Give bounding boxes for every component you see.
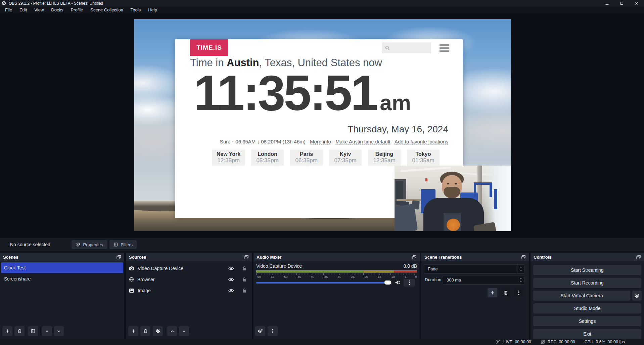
move-scene-down-button[interactable] <box>54 326 64 336</box>
start-virtual-camera-button[interactable]: Start Virtual Camera <box>533 291 630 301</box>
advanced-audio-properties-button[interactable] <box>255 326 265 336</box>
search-icon <box>385 45 390 50</box>
remove-source-button[interactable] <box>140 326 150 336</box>
sources-panel-header[interactable]: Sources <box>126 253 252 261</box>
move-source-down-button[interactable] <box>179 326 189 336</box>
maximize-button[interactable] <box>614 0 629 6</box>
person-beard <box>444 187 460 198</box>
person-eye <box>447 183 449 184</box>
scene-item-clock-test[interactable]: Clock Test <box>1 262 123 273</box>
volume-slider-handle[interactable] <box>384 281 391 285</box>
plus-icon <box>131 329 136 334</box>
kebab-dots-icon <box>272 329 273 334</box>
titlebar[interactable]: OBS 29.1.2 - Profile: LLHLS BETA - Scene… <box>0 0 644 6</box>
city-kyiv: Kyiv07:35pm <box>329 149 362 166</box>
menu-profile[interactable]: Profile <box>67 7 87 12</box>
popout-icon <box>244 255 249 259</box>
popout-icon <box>116 255 121 259</box>
visibility-eye-icon[interactable] <box>228 277 234 282</box>
menu-view[interactable]: View <box>31 7 47 12</box>
city-london: London05:35pm <box>251 149 284 166</box>
scenes-panel: Scenes Clock Test Screenshare <box>0 253 124 339</box>
preview-area: TIME.IS Time in Austin, Texas, United St… <box>0 13 644 238</box>
kebab-dots-icon <box>518 290 519 295</box>
add-favorite-link: Add to favorite locations <box>395 139 448 145</box>
transition-select[interactable]: Fade <box>424 264 524 273</box>
lock-icon[interactable] <box>242 277 246 282</box>
kebab-dots-icon <box>409 280 410 285</box>
close-button[interactable] <box>629 0 644 6</box>
stream-inactive-icon <box>495 340 501 344</box>
scene-transitions-header[interactable]: Scene Transitions <box>421 253 529 261</box>
hamburger-menu-icon <box>440 44 449 53</box>
ceiling-beam <box>401 167 451 172</box>
fire-alarm <box>425 178 427 181</box>
menu-tools[interactable]: Tools <box>127 7 144 12</box>
filters-button[interactable]: Filters <box>109 240 137 249</box>
gear-icon <box>76 242 81 247</box>
timeis-search-box <box>382 42 431 53</box>
make-default-link: Make Austin time default <box>335 139 390 145</box>
city-paris: Paris06:35pm <box>290 149 323 166</box>
audio-mixer-panel: Audio Mixer Video Capture Device 0.0 dB … <box>254 253 420 339</box>
mixer-menu-button[interactable] <box>268 326 278 336</box>
visibility-eye-icon[interactable] <box>228 266 234 270</box>
program-canvas[interactable]: TIME.IS Time in Austin, Texas, United St… <box>134 19 511 231</box>
duration-input[interactable]: 300 ms <box>443 275 524 285</box>
window-title: OBS 29.1.2 - Profile: LLHLS BETA - Scene… <box>9 1 103 6</box>
scene-item-screenshare[interactable]: Screenshare <box>1 273 123 284</box>
audio-mixer-header[interactable]: Audio Mixer <box>254 253 420 261</box>
clock-time: 11:35:51 <box>194 65 376 121</box>
virtual-camera-settings-button[interactable] <box>632 291 642 301</box>
transition-select-arrows[interactable] <box>517 265 524 273</box>
trash-icon <box>143 329 148 334</box>
move-source-up-button[interactable] <box>167 326 177 336</box>
source-row-image[interactable]: Image <box>126 285 252 296</box>
properties-button[interactable]: Properties <box>72 240 107 249</box>
lock-icon[interactable] <box>242 288 246 293</box>
volume-slider-track[interactable] <box>256 282 392 284</box>
cpu-fps-stats: CPU: 0.6%, 30.00 fps <box>585 340 625 344</box>
menubar: File Edit View Docks Profile Scene Colle… <box>0 6 644 13</box>
exit-button[interactable]: Exit <box>533 329 641 339</box>
add-source-button[interactable] <box>128 326 138 336</box>
source-row-video-capture[interactable]: Video Capture Device <box>126 263 252 274</box>
start-streaming-button[interactable]: Start Streaming <box>533 265 641 275</box>
add-scene-button[interactable] <box>2 326 12 336</box>
transition-properties-button[interactable] <box>514 288 523 297</box>
menu-scene-collection[interactable]: Scene Collection <box>87 7 127 12</box>
settings-button[interactable]: Settings <box>533 316 641 326</box>
add-transition-button[interactable] <box>488 288 497 297</box>
speaker-icon[interactable] <box>395 280 401 285</box>
start-recording-button[interactable]: Start Recording <box>533 278 641 288</box>
move-scene-up-button[interactable] <box>42 326 52 336</box>
mixer-channel-menu-button[interactable] <box>404 279 415 287</box>
menu-file[interactable]: File <box>1 7 16 12</box>
scenes-panel-header[interactable]: Scenes <box>0 253 124 261</box>
minimize-button[interactable] <box>600 0 614 6</box>
blue-partition <box>494 189 497 209</box>
trash-icon <box>503 290 508 295</box>
lock-icon[interactable] <box>242 266 246 271</box>
scene-filters-button[interactable] <box>28 326 38 336</box>
menu-edit[interactable]: Edit <box>16 7 31 12</box>
popout-icon <box>521 255 526 259</box>
menu-docks[interactable]: Docks <box>47 7 67 12</box>
mixer-db-value: 0.0 dB <box>404 263 417 269</box>
duration-label: Duration <box>425 275 441 285</box>
live-status: LIVE: 00:00:00 <box>495 340 531 344</box>
remove-scene-button[interactable] <box>14 326 25 336</box>
chevron-up-icon <box>519 277 522 279</box>
studio-mode-button[interactable]: Studio Mode <box>533 303 641 313</box>
city-new-york: New York12:35pm <box>212 149 245 166</box>
visibility-eye-icon[interactable] <box>228 289 234 293</box>
source-row-browser[interactable]: Browser <box>126 274 252 285</box>
duration-spin-arrows[interactable] <box>519 275 522 284</box>
timeis-logo: TIME.IS <box>190 39 228 56</box>
controls-panel-header[interactable]: Controls <box>531 253 644 261</box>
sun-separator: - <box>390 139 395 144</box>
source-context-bar: No source selected Properties Filters <box>0 238 644 251</box>
menu-help[interactable]: Help <box>144 7 161 12</box>
source-properties-button[interactable] <box>153 326 163 336</box>
remove-transition-button[interactable] <box>501 288 511 297</box>
